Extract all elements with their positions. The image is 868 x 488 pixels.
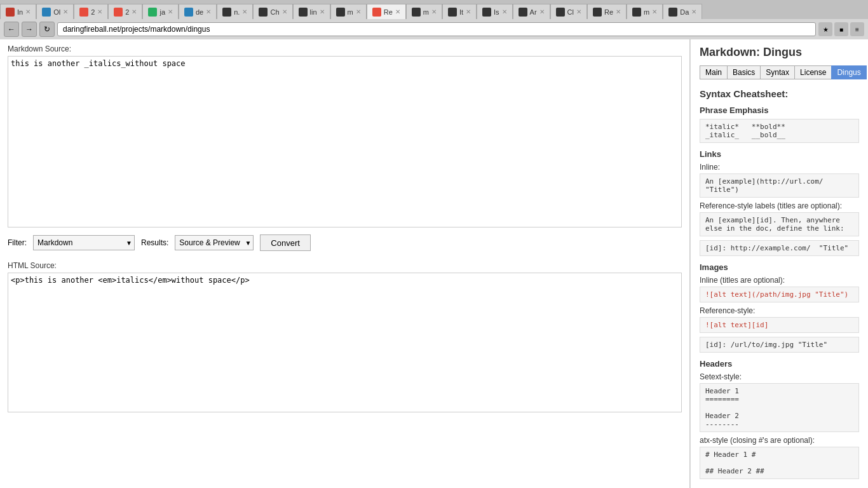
sidebar-title: Markdown: Dingus <box>700 46 859 59</box>
tab-8[interactable]: Ch ✕ <box>253 4 292 19</box>
tab-gmail[interactable]: In ✕ <box>0 4 36 19</box>
preview-section: HTML Source: <p>this is another <em>ital… <box>8 261 682 414</box>
results-select[interactable]: Source & Preview Source Preview <box>175 235 254 250</box>
tab-icon-7 <box>222 8 231 17</box>
tab-close[interactable]: ✕ <box>356 8 361 15</box>
tab-15[interactable]: Ar ✕ <box>513 4 550 19</box>
tab-license[interactable]: License <box>794 65 831 79</box>
convert-button[interactable]: Convert <box>260 234 311 251</box>
html-output[interactable]: <p>this is another <em>italics</em>witho… <box>8 273 682 412</box>
tab-icon-16 <box>556 8 565 17</box>
tab-close[interactable]: ✕ <box>242 8 247 15</box>
tab-label: m <box>423 8 429 16</box>
tab-13[interactable]: It ✕ <box>442 4 477 19</box>
extensions-icon[interactable]: ■ <box>834 22 848 36</box>
tab-close[interactable]: ✕ <box>320 8 325 15</box>
tab-icon-19 <box>668 8 677 17</box>
tab-close[interactable]: ✕ <box>395 8 400 15</box>
tab-7[interactable]: n. ✕ <box>217 4 253 19</box>
reference-images-label: Reference-style: <box>700 306 859 315</box>
filter-select[interactable]: Markdown SmartyPants Markdown+SmartyPant… <box>33 235 135 250</box>
tab-icon-13 <box>448 8 457 17</box>
tab-label: de <box>196 8 203 16</box>
tab-label: Re <box>604 8 613 16</box>
section-heading-images: Images <box>700 262 859 272</box>
tab-19[interactable]: Da ✕ <box>663 4 702 19</box>
back-button[interactable]: ← <box>4 22 19 37</box>
tab-close[interactable]: ✕ <box>97 8 102 15</box>
tab-close[interactable]: ✕ <box>282 8 287 15</box>
url-input[interactable] <box>57 22 816 36</box>
reference-code-2: [id]: http://example.com/ "Title" <box>700 240 859 256</box>
controls-row: Filter: Markdown SmartyPants Markdown+Sm… <box>8 234 682 251</box>
tab-label: Cl <box>567 8 574 16</box>
tab-5[interactable]: ja ✕ <box>142 4 179 19</box>
tab-icon-15 <box>519 8 527 17</box>
tab-18[interactable]: m ✕ <box>627 4 663 19</box>
reference-code-1: An [example][id]. Then, anywhereelse in … <box>700 212 859 236</box>
address-bar: ← → ↻ ★ ■ ≡ <box>0 19 868 39</box>
tab-close[interactable]: ✕ <box>652 8 657 15</box>
tab-label: Re <box>384 8 393 16</box>
tab-basics[interactable]: Basics <box>727 65 760 79</box>
tab-icon-2 <box>42 8 51 17</box>
tab-label: 2 <box>91 8 95 16</box>
emphasis-code: *italic* **bold**_italic_ __bold__ <box>700 119 859 143</box>
markdown-source-label: Markdown Source: <box>8 44 682 53</box>
tab-icon-14 <box>482 8 491 17</box>
tab-2[interactable]: Ol ✕ <box>36 4 74 19</box>
tab-close[interactable]: ✕ <box>63 8 68 15</box>
tab-10[interactable]: m ✕ <box>330 4 367 19</box>
tab-icon-6 <box>184 8 193 17</box>
tab-close[interactable]: ✕ <box>431 8 437 15</box>
tab-6[interactable]: de ✕ <box>179 4 217 19</box>
tab-close[interactable]: ✕ <box>132 8 137 15</box>
tab-label: lin <box>310 8 317 16</box>
setext-label: Setext-style: <box>700 372 859 381</box>
sidebar: Markdown: Dingus Main Basics Syntax Lice… <box>690 39 868 488</box>
inline-images-label: Inline (titles are optional): <box>700 276 859 285</box>
tab-12[interactable]: m ✕ <box>406 4 442 19</box>
markdown-input[interactable]: this is another _italics_without space <box>8 56 682 227</box>
tab-label: Ar <box>530 8 537 16</box>
html-source-label: HTML Source: <box>8 261 682 270</box>
tab-icon-17 <box>593 8 602 17</box>
tab-label: In <box>17 8 23 16</box>
tab-close[interactable]: ✕ <box>206 8 211 15</box>
bookmark-star-icon[interactable]: ★ <box>818 22 832 36</box>
tab-9[interactable]: lin ✕ <box>293 4 330 19</box>
tab-4[interactable]: 2 ✕ <box>108 4 142 19</box>
content-area: Markdown Source: this is another _italic… <box>0 39 868 488</box>
reference-label: Reference-style labels (titles are optio… <box>700 201 859 210</box>
tab-close[interactable]: ✕ <box>691 8 696 15</box>
tab-dingus[interactable]: Dingus <box>831 65 866 79</box>
reference-image-code-2: [id]: /url/to/img.jpg "Title" <box>700 337 859 353</box>
sidebar-nav-tabs: Main Basics Syntax License Dingus <box>700 65 859 79</box>
tab-17[interactable]: Re ✕ <box>587 4 627 19</box>
tab-close[interactable]: ✕ <box>168 8 173 15</box>
tab-close[interactable]: ✕ <box>25 8 31 15</box>
tab-16[interactable]: Cl ✕ <box>550 4 587 19</box>
tab-main[interactable]: Main <box>700 65 727 79</box>
tab-syntax[interactable]: Syntax <box>760 65 794 79</box>
tab-active[interactable]: Re ✕ <box>367 4 406 19</box>
tab-close[interactable]: ✕ <box>616 8 621 15</box>
menu-icon[interactable]: ≡ <box>850 22 864 36</box>
inline-image-code: ![alt text](/path/img.jpg "Title") <box>700 287 859 302</box>
tab-close[interactable]: ✕ <box>502 8 507 15</box>
tab-label: n. <box>234 8 240 16</box>
main-page: Markdown Source: this is another _italic… <box>0 39 690 488</box>
tab-icon-12 <box>412 8 421 17</box>
tab-3[interactable]: 2 ✕ <box>74 4 108 19</box>
tab-14[interactable]: Is ✕ <box>477 4 513 19</box>
tab-close[interactable]: ✕ <box>466 8 471 15</box>
inline-label: Inline: <box>700 163 859 172</box>
atx-code: # Header 1 ### Header 2 ## <box>700 447 859 479</box>
tab-icon-10 <box>336 8 345 17</box>
results-select-wrapper: Source & Preview Source Preview ▼ <box>175 235 254 250</box>
reload-button[interactable]: ↻ <box>39 22 55 37</box>
tab-close[interactable]: ✕ <box>576 8 581 15</box>
tab-close[interactable]: ✕ <box>539 8 545 15</box>
forward-button[interactable]: → <box>22 22 37 37</box>
setext-code: Header 1========Header 2-------- <box>700 383 859 432</box>
